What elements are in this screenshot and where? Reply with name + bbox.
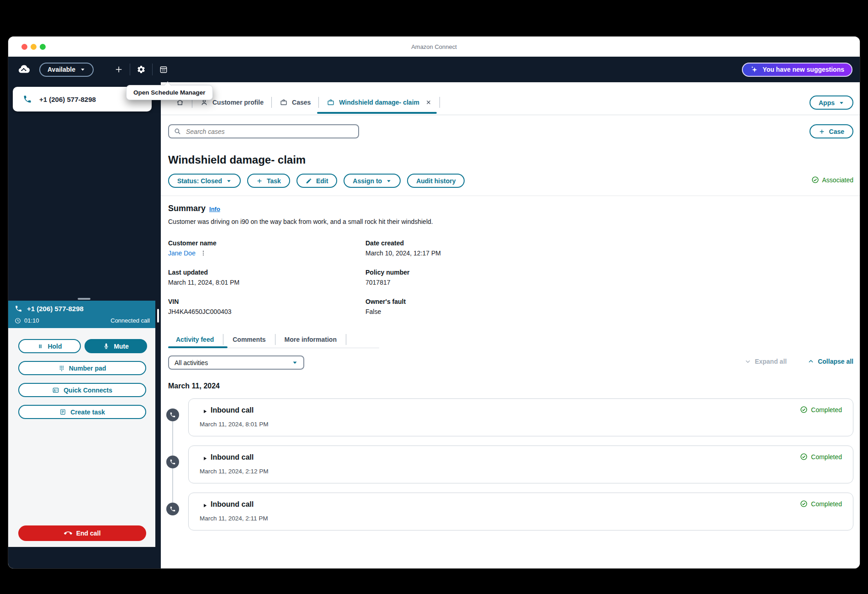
tab-case-label: Windshield damage- claim [339,99,419,106]
audit-history-button[interactable]: Audit history [407,174,465,188]
caret-down-icon [292,360,298,366]
activity-card[interactable]: Inbound call March 11, 2024, 2:11 PM Com… [188,493,853,530]
panel-drag-handle[interactable] [78,298,90,300]
schedule-manager-button[interactable] [155,61,172,78]
collapse-all-label: Collapse all [818,358,853,365]
schedule-manager-tooltip: Open Schedule Manager [126,85,213,100]
settings-button[interactable] [132,61,150,78]
plus-icon [256,178,263,184]
hold-button[interactable]: Hold [18,339,81,353]
tab-divider [439,97,440,108]
hold-label: Hold [48,343,62,350]
briefcase-icon [327,98,335,106]
timeline-phone-icon [166,408,179,421]
timeline-phone-icon [166,456,179,468]
create-task-label: Create task [70,408,105,416]
check-circle-icon [811,176,819,184]
triangle-right-icon[interactable] [202,503,207,508]
activity-card[interactable]: Inbound call March 11, 2024, 8:01 PM Com… [188,398,853,436]
tab-customer-profile-label: Customer profile [212,99,264,106]
triangle-right-icon[interactable] [202,409,207,414]
associated-label: Associated [822,176,853,184]
chevron-up-icon [808,358,814,365]
mute-label: Mute [114,343,129,350]
field-customer-name: Customer name Jane Doe [168,239,365,257]
suggestions-button[interactable]: You have new suggestions [742,63,852,77]
triangle-right-icon[interactable] [202,456,207,461]
field-policy-number: Policy number 7017817 [365,269,853,286]
add-task-button[interactable]: Task [247,174,290,188]
assign-to-dropdown[interactable]: Assign to [344,174,401,188]
create-case-button[interactable]: Case [810,124,853,138]
tab-more-information[interactable]: More information [275,336,346,343]
top-navigation: Available You have new suggestions [8,57,860,82]
call-timer: 01:10 [24,317,39,324]
mute-button[interactable]: Mute [85,339,147,353]
call-status: Connected call [111,317,150,324]
agent-status-dropdown[interactable]: Available [39,63,94,77]
section-divider [161,196,860,196]
end-call-icon [64,529,72,537]
edit-button[interactable]: Edit [296,174,337,188]
phone-icon [23,95,32,104]
apps-button[interactable]: Apps [810,95,853,110]
collapse-all-button[interactable]: Collapse all [808,358,853,365]
create-task-button[interactable]: Create task [18,405,146,419]
activity-filter-value: All activities [175,359,208,366]
caret-down-icon [839,100,844,106]
apps-label: Apps [819,99,835,106]
expand-all-button[interactable]: Expand all [745,358,787,365]
check-circle-icon [800,406,808,414]
caret-down-icon [226,178,232,184]
task-icon [59,408,66,415]
field-vin: VIN JH4KA4650JC000403 [168,298,365,315]
completed-badge: Completed [800,453,842,461]
search-icon [174,127,181,135]
plus-icon [114,65,123,74]
number-pad-button[interactable]: Number pad [18,361,146,375]
customer-name-link[interactable]: Jane Doe [168,249,196,257]
pause-icon [37,343,43,350]
quick-connects-button[interactable]: Quick Connects [18,383,146,397]
sidebar-scrollbar[interactable] [157,309,159,323]
kebab-menu-icon[interactable] [200,250,206,256]
activity-card[interactable]: Inbound call March 11, 2024, 2:12 PM Com… [188,446,853,483]
tab-activity-feed[interactable]: Activity feed [168,336,223,343]
tab-comments[interactable]: Comments [223,336,275,343]
activity-title: Inbound call [211,453,254,461]
audit-history-label: Audit history [416,177,455,185]
search-cases-box [168,124,359,138]
topnav-divider [152,64,153,75]
assign-to-label: Assign to [353,177,382,185]
case-status-dropdown[interactable]: Status: Closed [168,174,241,188]
search-cases-input[interactable] [185,127,354,136]
clock-icon [15,318,21,324]
field-date-created: Date created March 10, 2024, 12:17 PM [365,239,853,257]
edit-label: Edit [316,177,328,185]
check-circle-icon [800,500,808,508]
tab-case-windshield[interactable]: Windshield damage- claim [319,98,439,106]
workspace-tabstrip: Customer profile Cases Windshield damage… [161,82,860,115]
schedule-icon [159,65,168,74]
activity-timestamp: March 11, 2024, 2:11 PM [200,515,268,522]
suggestions-label: You have new suggestions [762,66,844,73]
create-case-label: Case [829,128,844,135]
field-owners-fault: Owner's fault False [365,298,853,315]
close-tab-icon[interactable] [425,99,432,106]
agent-status-label: Available [48,66,75,73]
contact-card-icon [52,387,59,394]
case-status-label: Status: Closed [177,177,222,185]
new-contact-button[interactable] [110,61,127,78]
end-call-button[interactable]: End call [18,525,146,541]
info-link[interactable]: Info [209,206,220,212]
sparkle-icon [750,65,758,74]
activity-filter-select[interactable]: All activities [168,355,304,370]
quick-connects-label: Quick Connects [64,387,112,394]
contact-phone-number: +1 (206) 577-8298 [39,95,96,103]
call-phone-number: +1 (206) 577-8298 [27,305,84,313]
mic-icon [103,343,110,350]
active-subtab-indicator [168,346,228,348]
window-title: Amazon Connect [8,43,860,50]
tab-cases[interactable]: Cases [272,98,318,106]
topnav-divider [130,64,130,75]
